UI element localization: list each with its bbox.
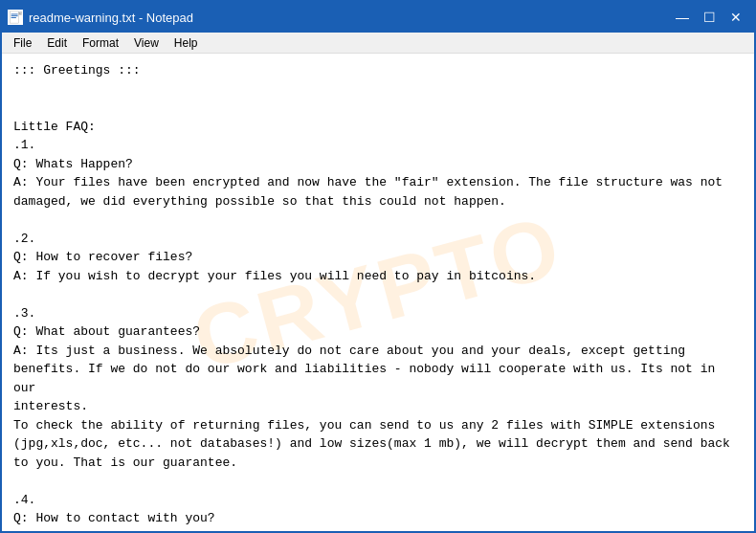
menu-file[interactable]: File <box>6 34 39 52</box>
title-bar: readme-warning.txt - Notepad — ☐ ✕ <box>2 2 754 33</box>
app-icon <box>8 10 23 25</box>
text-content: ::: Greetings ::: Little FAQ: .1. Q: Wha… <box>13 61 743 531</box>
title-bar-left: readme-warning.txt - Notepad <box>8 10 193 25</box>
minimize-button[interactable]: — <box>670 7 695 28</box>
window-title: readme-warning.txt - Notepad <box>29 11 193 25</box>
text-area[interactable]: CRYPTO ::: Greetings ::: Little FAQ: .1.… <box>2 54 754 531</box>
menu-format[interactable]: Format <box>75 34 126 52</box>
menu-bar: File Edit Format View Help <box>2 33 754 54</box>
svg-rect-1 <box>11 14 18 15</box>
maximize-button[interactable]: ☐ <box>697 7 722 28</box>
title-buttons: — ☐ ✕ <box>670 7 748 28</box>
menu-edit[interactable]: Edit <box>39 34 75 52</box>
notepad-window: readme-warning.txt - Notepad — ☐ ✕ File … <box>0 0 756 533</box>
svg-rect-2 <box>11 15 18 16</box>
close-button[interactable]: ✕ <box>723 7 748 28</box>
menu-view[interactable]: View <box>126 34 167 52</box>
menu-help[interactable]: Help <box>167 34 206 52</box>
svg-rect-3 <box>11 17 16 18</box>
